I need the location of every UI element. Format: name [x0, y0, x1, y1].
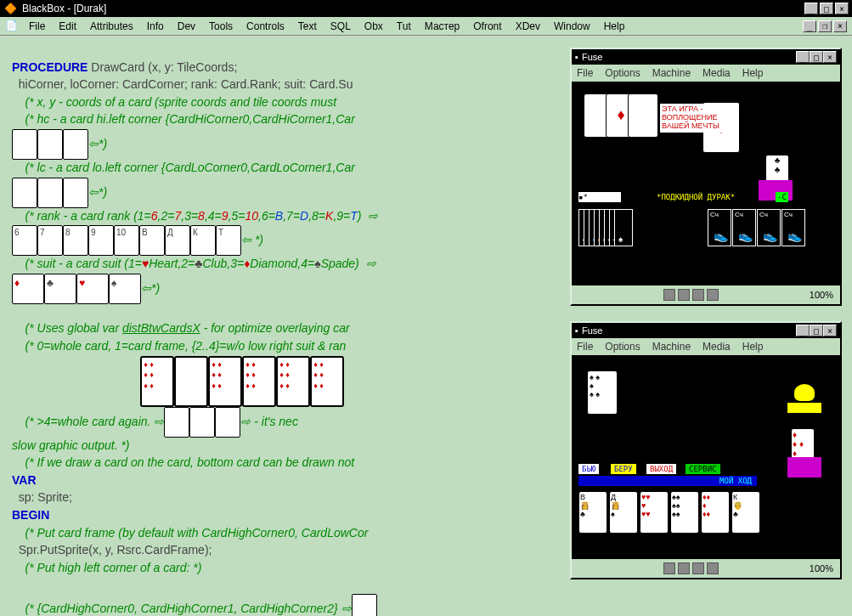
close-button[interactable]: ×: [835, 3, 849, 14]
menu-dev[interactable]: Dev: [171, 19, 202, 34]
zx-button[interactable]: БЕРУ: [611, 464, 636, 474]
zx-label: *ПОДКИДНОЙ ДУРАК*: [657, 192, 735, 202]
mdi-restore-button[interactable]: ❐: [818, 20, 832, 32]
fuse-minimize-button[interactable]: _: [796, 51, 810, 63]
fuse-menu-options[interactable]: Options: [605, 341, 640, 353]
status-icon: [678, 289, 690, 301]
zx-player-hand: В👸♣ Д👸♠ ♥♥♥♥♥ ♠♠♠♠♠♠ ♦♦♦♦♦ К🤴♣: [578, 491, 760, 534]
status-icon: [663, 562, 675, 574]
fuse-close-button[interactable]: ×: [823, 51, 837, 63]
zx-accordion: [787, 403, 821, 413]
zx-card[interactable]: К🤴♣: [731, 491, 760, 534]
maximize-button[interactable]: □: [820, 3, 833, 14]
zx-face-icon: [794, 384, 815, 401]
zx-card: [628, 93, 658, 138]
fuse-close-button[interactable]: ×: [823, 325, 837, 336]
main-menubar: 📄 File Edit Attributes Info Dev Tools Co…: [0, 17, 852, 36]
doc-icon: 📄: [5, 20, 19, 33]
zx-card[interactable]: ♦♦♦♦♦: [701, 491, 730, 534]
menu-info[interactable]: Info: [140, 19, 171, 34]
menu-tools[interactable]: Tools: [202, 19, 240, 34]
fuse-screen[interactable]: ♠ ♠ ♠♠ ♠ ♦♦ ♦♦ БЬЮ БЕРУ ВЫХОД СЕРВИС МОЙ…: [572, 355, 840, 559]
mdi-minimize-button[interactable]: _: [803, 20, 816, 32]
zx-status: МОЙ ХОД: [578, 476, 757, 486]
comment: (* hc - a card hi.left corner {CardHiCor…: [12, 112, 355, 126]
zx-button[interactable]: СЕРВИС: [686, 464, 720, 474]
card-suit-row: ♦♣♥♠: [12, 274, 141, 304]
fuse-statusbar: 100%: [572, 285, 840, 304]
fuse-menubar: File Options Machine Media Help: [572, 338, 840, 355]
fuse-maximize-button[interactable]: □: [810, 51, 823, 63]
menu-sql[interactable]: SQL: [324, 19, 358, 34]
zx-card[interactable]: Д👸♠: [609, 491, 638, 534]
card-corner-row: [12, 129, 88, 160]
fuse-minimize-button[interactable]: _: [796, 325, 810, 336]
zx-hand2: Cч👟 Cч👟 Cч👟 Cч👟: [708, 209, 805, 246]
status-icon: [707, 289, 719, 301]
zx-deck: [787, 457, 821, 478]
mdi-close-button[interactable]: ×: [833, 20, 847, 32]
comment: (* x, y - coords of a card (sprite coord…: [12, 95, 336, 109]
card-icon: [215, 407, 240, 438]
fuse-menu-options[interactable]: Options: [605, 67, 640, 79]
fuse-window-1: ▪ Fuse _ □ × File Options Machine Media …: [570, 48, 842, 306]
card-icon: [189, 407, 215, 438]
menu-xdev[interactable]: XDev: [509, 19, 547, 34]
kw-var: VAR: [12, 473, 37, 487]
zx-hand: ♠ ♠ ♠ ♠ ♠ ♠ ♠ ♠: [578, 209, 633, 246]
menu-obx[interactable]: Obx: [358, 19, 390, 34]
menu-file[interactable]: File: [22, 19, 52, 34]
menu-master[interactable]: Мастер: [418, 19, 467, 34]
zx-bar: ▪*: [578, 192, 621, 202]
minimize-button[interactable]: _: [804, 3, 818, 14]
zx-button[interactable]: ВЫХОД: [646, 464, 676, 474]
zx-card[interactable]: ♥♥♥♥♥: [640, 491, 669, 534]
status-icon: [707, 562, 719, 574]
fuse-maximize-button[interactable]: □: [810, 325, 823, 336]
fuse-menu-help[interactable]: Help: [742, 341, 764, 353]
kw-procedure: PROCEDURE: [12, 60, 87, 74]
code-call: Spr.PutSprite(x, y, Rsrc.CardFrame);: [12, 543, 212, 557]
zx-card: ♠ ♠ ♠♠ ♠: [587, 370, 618, 415]
app-title: BlackBox - [Durak]: [22, 3, 804, 14]
fuse-menu-file[interactable]: File: [577, 341, 593, 353]
fuse-menu-file[interactable]: File: [577, 67, 593, 79]
link-distbtwcardsx[interactable]: distBtwCardsX: [122, 321, 200, 335]
menu-window[interactable]: Window: [547, 19, 597, 34]
zx-card[interactable]: ♠♠♠♠♠♠: [670, 491, 699, 534]
status-icon: [692, 562, 704, 574]
fuse-menu-media[interactable]: Media: [702, 67, 731, 79]
menu-controls[interactable]: Controls: [240, 19, 291, 34]
comment: (* lc - a card lo.left corner {CardLoCor…: [12, 161, 355, 174]
zx-badge: -C: [776, 192, 788, 202]
main-titlebar: 🔶 BlackBox - [Durak] _ □ ×: [0, 0, 852, 17]
menu-edit[interactable]: Edit: [52, 19, 83, 34]
zx-button[interactable]: БЬЮ: [578, 464, 599, 474]
card-rank-row: [12, 225, 241, 256]
menu-attributes[interactable]: Attributes: [83, 19, 140, 34]
menu-text[interactable]: Text: [291, 19, 324, 34]
menu-ofront[interactable]: Ofront: [466, 19, 508, 34]
fuse-menu-machine[interactable]: Machine: [652, 67, 691, 79]
card-icon: [352, 594, 377, 616]
menu-help[interactable]: Help: [597, 19, 632, 34]
card-corner-row: [12, 178, 88, 208]
card-example-row: ♦ ♦♦ ♦♦ ♦♦ ♦♦ ♦♦ ♦♦ ♦♦ ♦♦ ♦♦ ♦♦ ♦♦ ♦♦ ♦♦…: [140, 373, 344, 387]
zoom-label: 100%: [810, 563, 833, 574]
fuse-menu-media[interactable]: Media: [702, 341, 731, 353]
zx-message: ЭТА ИГРА -ВОПЛОЩЕНИЕВАШЕЙ МЕЧТЫ: [660, 104, 728, 133]
fuse-titlebar[interactable]: ▪ Fuse _ □ ×: [572, 49, 840, 65]
fuse-menu-help[interactable]: Help: [742, 67, 764, 79]
card-icon: [164, 407, 189, 438]
fuse-menu-machine[interactable]: Machine: [652, 341, 691, 353]
fuse-screen[interactable]: ♦ ♦ ЭТА ИГРА -ВОПЛОЩЕНИЕВАШЕЙ МЕЧТЫ ♣♣ ▪…: [572, 82, 840, 285]
fuse-window-2: ▪ Fuse _ □ × File Options Machine Media …: [570, 321, 842, 579]
status-icon: [663, 289, 675, 301]
zoom-label: 100%: [810, 290, 833, 300]
fuse-titlebar[interactable]: ▪ Fuse _ □ ×: [572, 323, 840, 338]
zx-card[interactable]: В👸♣: [578, 491, 607, 534]
app-icon: 🔶: [3, 2, 17, 15]
status-icon: [692, 289, 704, 301]
fuse-menubar: File Options Machine Media Help: [572, 65, 840, 82]
menu-tut[interactable]: Tut: [390, 19, 418, 34]
